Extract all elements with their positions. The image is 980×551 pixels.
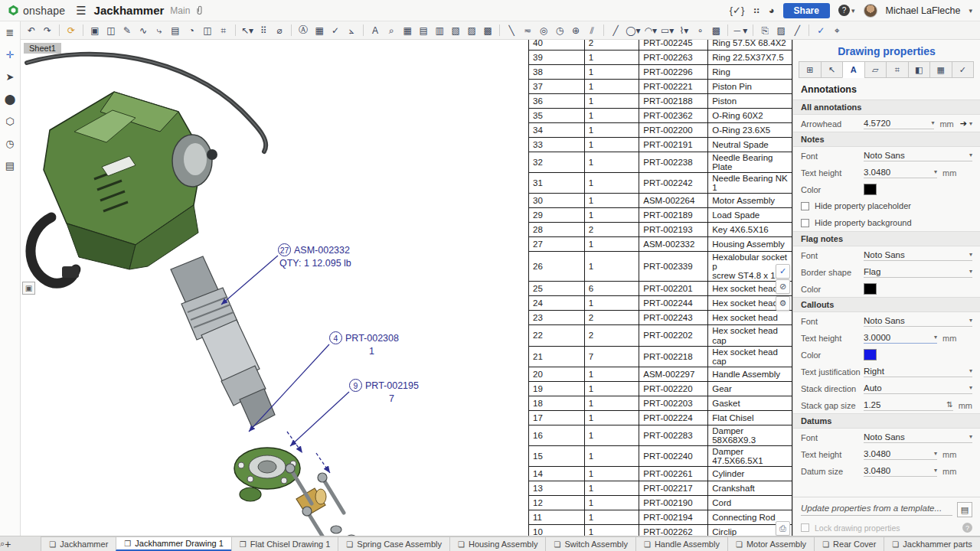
user-caret-icon[interactable]: ▾	[969, 7, 972, 15]
table-row[interactable]: 261PRT-002339Hexalobular socket p screw …	[529, 252, 792, 282]
insert-view-icon[interactable]: ▣	[87, 23, 103, 38]
table-row[interactable]: 291PRT-002189Load Spade	[529, 208, 792, 223]
table-row[interactable]: 181PRT-002203Gasket	[529, 396, 792, 410]
tab-jackhammer[interactable]: ❏Jackhammer	[41, 536, 116, 551]
dropdown-select[interactable]: Noto Sans▾	[864, 250, 972, 261]
framed-dim-icon[interactable]: ▦	[312, 23, 327, 38]
balloon-callout[interactable]: 9PRT-0021957	[349, 379, 419, 404]
table-row[interactable]: 381PRT-002296Ring	[529, 65, 792, 80]
section-view-icon[interactable]: ◔	[184, 23, 199, 38]
redo-icon[interactable]: ↷	[40, 23, 55, 38]
centermark-icon[interactable]: ≂	[520, 23, 535, 38]
edit-sheet-icon[interactable]: ✎	[119, 23, 135, 38]
edit-tool-button[interactable]: ⚙	[776, 296, 790, 311]
dropdown-select[interactable]: Noto Sans▾	[864, 151, 972, 161]
sheet-layout-icon[interactable]: ◫	[103, 23, 119, 38]
rectangle-tool-icon[interactable]: ▭▾	[659, 23, 675, 38]
tab-switch-assembly[interactable]: ❏Switch Assembly	[545, 536, 636, 551]
tab-spring-case-assembly[interactable]: ❏Spring Case Assembly	[338, 536, 450, 551]
export-pdf-icon[interactable]: ⎘	[757, 23, 773, 38]
apps-grid-icon[interactable]: ⠶	[753, 5, 760, 16]
onshape-logo[interactable]: onshape	[8, 5, 65, 17]
slot-icon[interactable]: ⫽	[584, 23, 599, 38]
table-row[interactable]: 301ASM-002264Motor Assembly	[529, 194, 792, 208]
arc-center-icon[interactable]: ◷	[552, 23, 567, 38]
table-row[interactable]: 111PRT-002194Connecting Rod	[529, 510, 792, 524]
parts-3d-icon[interactable]: ⬡	[2, 113, 18, 129]
tab-jackhammer-drawing-1[interactable]: ❐Jackhammer Drawing 1	[116, 536, 232, 551]
table-row[interactable]: 371PRT-002221Piston Pin	[529, 80, 792, 94]
text-box-icon[interactable]: Ⓐ	[296, 23, 311, 38]
notes-panel-icon[interactable]: ▤	[2, 158, 18, 173]
sheet-tab[interactable]: Sheet1	[24, 43, 61, 54]
panel-scroll-area[interactable]: Annotations All annotationsArrowhead4.57…	[793, 78, 980, 497]
community-icon[interactable]: ◕	[769, 5, 775, 16]
tab-rear-cover[interactable]: ❏Rear Cover	[814, 536, 884, 551]
help-menu[interactable]: ? ▾	[838, 5, 855, 16]
tab-leaders[interactable]: ↖	[821, 61, 844, 78]
hide-property-background-checkbox[interactable]: Hide property background	[793, 214, 980, 231]
point-grid-icon[interactable]: ⠿	[256, 23, 271, 38]
table-row[interactable]: 256PRT-002201Hex socket head	[529, 282, 792, 296]
table-row[interactable]: 151PRT-002240Damper 47.5X66.5X1	[529, 445, 792, 466]
table-row[interactable]: 191PRT-002220Gear	[529, 381, 792, 396]
line-tool-icon[interactable]: ╱	[608, 23, 623, 38]
point-center-icon[interactable]: ⊕	[568, 23, 583, 38]
angle-dim-icon[interactable]: ⦛	[344, 23, 359, 38]
balloon-callout[interactable]: 4PRT-0023081	[329, 331, 399, 357]
insert-image-icon[interactable]: ▨	[773, 23, 789, 38]
table-row[interactable]: 222PRT-002202Hex socket head cap	[529, 325, 792, 346]
table-row[interactable]: 161PRT-002283Damper 58X68X9.3	[529, 425, 792, 445]
lock-help-icon[interactable]: ?	[962, 523, 972, 533]
crop-view-icon[interactable]: ⌗	[216, 23, 231, 38]
share-button[interactable]: Share	[783, 3, 830, 18]
drawing-canvas[interactable]: Sheet1 ▣ 402PRT-002245Ring 57.5X 68.4X23…	[21, 40, 792, 536]
dropdown-select[interactable]: Noto Sans▾	[864, 432, 972, 443]
hatch-tool-icon[interactable]: ▩	[708, 23, 724, 38]
new-tab-button[interactable]: +	[5, 536, 11, 551]
polyline-tool-icon[interactable]: ⌇▾	[676, 23, 691, 38]
table-row[interactable]: 101PRT-002262Circlip	[529, 524, 792, 536]
dropdown-select[interactable]: Flag▾	[864, 267, 972, 278]
undo-icon[interactable]: ↶	[24, 23, 39, 38]
comment-icon[interactable]: ⬤	[2, 91, 18, 106]
tab-tables[interactable]: ▦	[929, 61, 952, 78]
drawing-tree-icon[interactable]: ≣	[2, 24, 18, 40]
edit-select-icon[interactable]: ➤	[2, 69, 18, 84]
table-row[interactable]: 321PRT-002238Needle Bearing Plate	[529, 152, 792, 173]
line-style-icon[interactable]: ─ ▾	[732, 23, 749, 38]
arrowhead-style-icon[interactable]: ➔	[960, 119, 967, 129]
dropdown-select[interactable]: 4.5720▾	[864, 119, 934, 129]
image-note-icon[interactable]: ▤	[168, 23, 183, 38]
view-cube-button[interactable]: ▣	[22, 282, 35, 295]
find-text-icon[interactable]: ⌕	[384, 23, 399, 38]
circle-center-icon[interactable]: ◎	[536, 23, 551, 38]
history-icon[interactable]: ◷	[2, 135, 18, 151]
hole-table-icon[interactable]: ▧	[448, 23, 463, 38]
balloon-callout[interactable]: 27ASM-002332QTY: 1 12.095 lb	[278, 243, 351, 269]
dropdown-select[interactable]: Auto▾	[864, 383, 972, 394]
dropdown-select[interactable]: 3.0000▾	[864, 333, 937, 344]
chevron-down-icon[interactable]: ▾	[969, 120, 972, 127]
arc-tool-icon[interactable]: ◠▾	[643, 23, 659, 38]
tab-motor-assembly[interactable]: ❏Motor Assembly	[727, 536, 815, 551]
select-check-icon[interactable]: ✓	[813, 23, 828, 38]
tab-flat-chisel-drawing-1[interactable]: ❐Flat Chisel Drawing 1	[231, 536, 339, 551]
table-row[interactable]: 331PRT-002191Neutral Spade	[529, 138, 792, 152]
circle-tool-icon[interactable]: ◯▾	[624, 23, 642, 38]
stepper-input[interactable]: 1.25⇅	[864, 400, 953, 411]
tab-sheet[interactable]: ▱	[864, 61, 887, 78]
dropdown-select[interactable]: 3.0480▾	[864, 449, 937, 460]
table-row[interactable]: 391PRT-002263Ring 22.5X37X7.5	[529, 51, 792, 65]
table-row[interactable]: 241PRT-002244Hex socket head	[529, 296, 792, 311]
insert-callout-icon[interactable]: ✛	[2, 47, 18, 62]
hide-property-placeholder-checkbox[interactable]: Hide property placeholder	[793, 197, 980, 214]
update-from-template-link[interactable]: Update properties from a template...	[801, 504, 952, 516]
tab-jackhammer-parts[interactable]: ❏Jackhammer parts	[884, 536, 980, 551]
block-icon[interactable]: ▩	[480, 23, 495, 38]
spline-icon[interactable]: ∿	[136, 23, 151, 38]
bom-table-icon[interactable]: ▤	[416, 23, 431, 38]
text-icon[interactable]: A	[368, 23, 383, 38]
leader-icon[interactable]: ↖▾	[240, 23, 255, 38]
template-icon[interactable]: ▤	[957, 502, 972, 517]
